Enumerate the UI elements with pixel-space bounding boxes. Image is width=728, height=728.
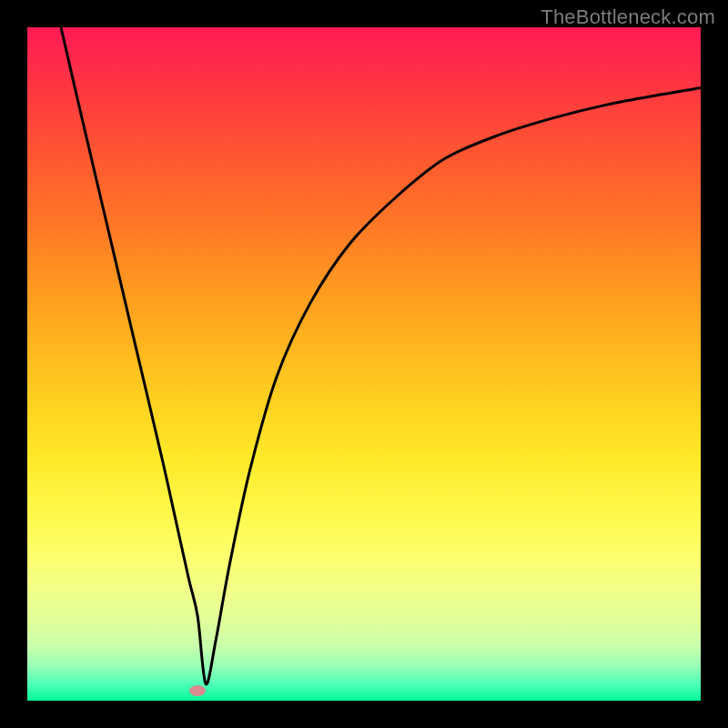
bottleneck-curve [61,27,701,684]
chart-frame: TheBottleneck.com [0,0,728,728]
curve-svg [27,27,701,701]
optimal-point-marker [189,685,206,696]
attribution-text: TheBottleneck.com [541,5,715,29]
plot-area [27,27,701,701]
